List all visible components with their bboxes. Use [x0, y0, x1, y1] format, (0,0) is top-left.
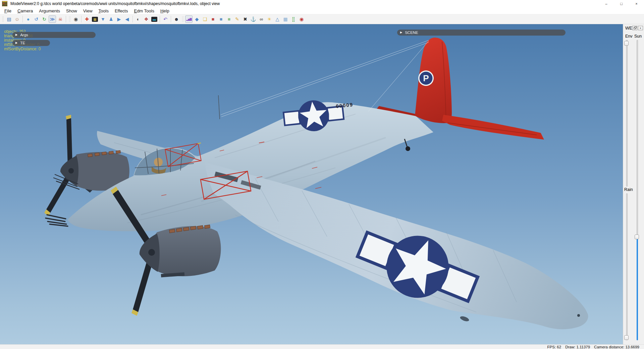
menu-view[interactable]: View	[80, 8, 96, 14]
sun-label: Sun	[634, 34, 642, 39]
cone-filter-icon[interactable]: ▼	[99, 15, 107, 23]
expand-icon: ▶	[15, 42, 17, 44]
menu-camera[interactable]: Camera	[14, 8, 36, 14]
open-file-icon[interactable]: ▤	[5, 15, 13, 23]
sun-slider-thumb[interactable]	[635, 235, 639, 239]
shell-icon[interactable]: ☀	[266, 15, 273, 23]
play-left-icon[interactable]: ◀	[123, 15, 131, 23]
toolbar-separator	[66, 16, 66, 22]
expand-icon: ▶	[15, 34, 17, 36]
rain-label: Rain	[624, 187, 633, 192]
skeleton-icon[interactable]: ☠	[57, 15, 64, 23]
debug-line: mfSortByDistance: 0	[4, 47, 41, 51]
menu-help[interactable]: Help	[157, 8, 172, 14]
env-slider-track[interactable]	[626, 40, 628, 187]
window-controls: – □ ×	[599, 0, 644, 7]
title-bar[interactable]: ModelViewer2:0 g:/dcs world openbeta/cor…	[0, 0, 644, 7]
toolbar-separator	[160, 16, 160, 22]
add-user-icon[interactable]: ☺	[13, 15, 21, 23]
toolbar-grip[interactable]	[182, 16, 183, 22]
toolbar-grip[interactable]	[2, 16, 4, 22]
primitives-icon[interactable]: ❖	[143, 15, 150, 23]
menu-file[interactable]: File	[1, 8, 14, 14]
toolbar-separator	[132, 16, 133, 22]
fps-value: FPS: 62	[547, 345, 561, 349]
args-panel[interactable]: ▶ Args	[12, 32, 96, 38]
globe-icon[interactable]: ●	[24, 15, 32, 23]
undo-icon[interactable]: ↶	[162, 15, 169, 23]
refresh-icon[interactable]: ↻	[41, 15, 48, 23]
toolbar-grip[interactable]	[69, 16, 70, 22]
close-icon: ×	[640, 27, 641, 30]
green-cube-icon[interactable]: ■	[225, 15, 233, 23]
draw-value: Draw: 1.11379	[565, 345, 590, 349]
play-right-icon[interactable]: ▶	[115, 15, 123, 23]
uv-grid-icon[interactable]: ▦	[92, 17, 98, 22]
viewport[interactable]: 00009 P	[0, 24, 623, 344]
args-panel-label: Args	[20, 33, 28, 37]
sun-slider-fill	[637, 237, 638, 340]
scene-panel-label: SCENE	[405, 31, 418, 35]
menu-tools[interactable]: Tools	[96, 8, 112, 14]
status-bar: FPS: 62 Draw: 1.11379 Camera distance: 1…	[0, 344, 644, 349]
restore-icon	[634, 27, 636, 29]
te-panel-label: TE	[20, 41, 25, 45]
menu-effects[interactable]: Effects	[112, 8, 131, 14]
rain-slider-track[interactable]	[626, 193, 628, 340]
window-title: ModelViewer2:0 g:/dcs world openbeta/cor…	[10, 1, 220, 6]
env-label: Env	[625, 34, 633, 39]
toolbar: ▤☺●↺↻≫☠◉✚▦▼♟▶◀◐❖▬↶☻▂▅▇◆❏■■■✎✖⚓∞☀△▦⣿◉	[0, 14, 644, 24]
pyramid-icon[interactable]: △	[274, 15, 281, 23]
app-icon	[2, 1, 7, 6]
goggles-icon[interactable]: ∞	[258, 15, 265, 23]
dot-grid-icon[interactable]: ▦	[282, 15, 289, 23]
pivot-point-icon[interactable]: ✚	[83, 15, 91, 23]
toolbar-separator	[81, 16, 82, 22]
toolbar-separator	[22, 16, 23, 22]
expand-icon: ▶	[400, 31, 402, 34]
blue-cube-icon[interactable]: ■	[217, 15, 225, 23]
menu-bar: FileCameraArgumentsShowViewToolsEffectsE…	[0, 7, 644, 14]
folder-icon[interactable]: ❏	[201, 15, 209, 23]
minimize-button[interactable]: –	[599, 0, 614, 7]
menu-show[interactable]: Show	[63, 8, 80, 14]
bones-icon[interactable]: ✖	[241, 15, 249, 23]
te-panel[interactable]: ▶ TE	[12, 40, 50, 46]
screen-bar-icon[interactable]: ▬	[151, 17, 157, 22]
fast-forward-box-icon[interactable]: ≫	[49, 15, 56, 23]
modelviewer-window: ModelViewer2:0 g:/dcs world openbeta/cor…	[0, 0, 644, 349]
weather-panel: WE... × Env Sun Rain	[623, 24, 644, 344]
menu-edm-tools[interactable]: Edm Tools	[131, 8, 157, 14]
toolbar-separator	[171, 16, 171, 22]
red-cube-icon[interactable]: ■	[209, 15, 217, 23]
menu-arguments[interactable]: Arguments	[36, 8, 63, 14]
panel-restore-button[interactable]	[632, 26, 637, 30]
ship-icon[interactable]: ⚓	[250, 15, 257, 23]
maximize-button[interactable]: □	[614, 0, 629, 7]
panel-close-button[interactable]: ×	[638, 26, 643, 30]
bar-chart-icon[interactable]: ▂▅▇	[185, 15, 193, 23]
gem-icon[interactable]: ◆	[193, 15, 201, 23]
scene-panel[interactable]: ▶ SCENE	[397, 30, 566, 36]
measure-icon[interactable]: ✎	[233, 15, 241, 23]
webcam-icon[interactable]: ◉	[72, 15, 79, 23]
tail-letter: P	[423, 73, 429, 83]
target-icon[interactable]: ◉	[298, 15, 305, 23]
green-grid-icon[interactable]: ⣿	[290, 15, 297, 23]
rain-slider-thumb[interactable]	[624, 335, 629, 340]
close-button[interactable]: ×	[629, 0, 644, 7]
viewport-canvas[interactable]: 00009 P	[0, 24, 623, 344]
rotate-ccw-icon[interactable]: ↺	[33, 15, 40, 23]
sphere-preview-icon[interactable]: ◐	[135, 15, 142, 23]
penguin-icon[interactable]: ☻	[173, 15, 180, 23]
figure-icon[interactable]: ♟	[107, 15, 115, 23]
camera-distance-value: Camera distance: 13.6699	[594, 345, 639, 349]
env-slider-thumb[interactable]	[624, 41, 629, 46]
